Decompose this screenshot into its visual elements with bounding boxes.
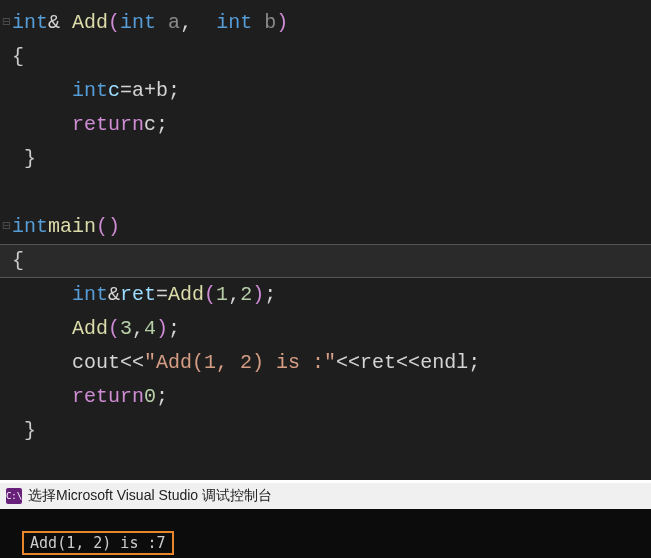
token-op: <<	[120, 346, 144, 380]
token-type: int	[12, 210, 48, 244]
token-paren: (	[108, 6, 120, 40]
code-line-active[interactable]: {	[0, 244, 651, 278]
token-paren: )	[276, 6, 288, 40]
token: ;	[156, 108, 168, 142]
token: b	[156, 74, 168, 108]
fold-icon[interactable]: ⊟	[2, 215, 12, 239]
code-line[interactable]: cout << "Add(1, 2) is :" << ret << endl;	[0, 346, 651, 380]
token-num: 3	[120, 312, 132, 346]
gutter	[2, 113, 12, 137]
gutter	[2, 351, 12, 375]
token: a	[132, 74, 144, 108]
token: &	[108, 278, 120, 312]
token: c	[144, 108, 156, 142]
token	[60, 6, 72, 40]
console-output-highlight: Add(1, 2) is :7	[22, 531, 173, 555]
token-func: main	[48, 210, 96, 244]
gutter	[2, 79, 12, 103]
token-type: int	[12, 6, 48, 40]
token-var: ret	[120, 278, 156, 312]
fold-icon[interactable]: ⊟	[2, 11, 12, 35]
token-paren: )	[156, 312, 168, 346]
indent-guide	[12, 74, 72, 108]
indent-guide	[12, 414, 24, 448]
token: ,	[180, 6, 192, 40]
code-line[interactable]: return 0;	[0, 380, 651, 414]
token-func: Add	[72, 312, 108, 346]
gutter	[2, 45, 12, 69]
token: ;	[168, 74, 180, 108]
code-line[interactable]: }	[0, 142, 651, 176]
token-op: =	[156, 278, 168, 312]
token-keyword: return	[72, 108, 144, 142]
token-string: "Add(1, 2) is :"	[144, 346, 336, 380]
gutter	[2, 317, 12, 341]
token: ;	[156, 380, 168, 414]
token: ;	[468, 346, 480, 380]
gutter	[2, 385, 12, 409]
code-line[interactable]: }	[0, 414, 651, 448]
gutter	[2, 147, 12, 171]
token-type: int	[72, 278, 108, 312]
code-line[interactable]: Add(3, 4);	[0, 312, 651, 346]
token: &	[48, 6, 60, 40]
token-brace: {	[12, 244, 24, 278]
console-output-area[interactable]: Add(1, 2) is :7	[0, 509, 651, 558]
token: ret	[360, 346, 396, 380]
token-func: Add	[168, 278, 204, 312]
code-line[interactable]: {	[0, 40, 651, 74]
token-num: 0	[144, 380, 156, 414]
token-op: =	[120, 74, 132, 108]
indent-guide	[12, 278, 72, 312]
token-type: int	[120, 6, 156, 40]
token-paren: )	[252, 278, 264, 312]
indent-guide	[12, 380, 72, 414]
token-param: a	[168, 6, 180, 40]
token-type: int	[72, 74, 108, 108]
token-type: int	[216, 6, 252, 40]
token-paren: (	[108, 312, 120, 346]
token-num: 4	[144, 312, 156, 346]
console-title-text: 选择Microsoft Visual Studio 调试控制台	[28, 487, 272, 505]
token-num: 1	[216, 278, 228, 312]
terminal-icon: C:\	[6, 488, 22, 504]
token-op: <<	[336, 346, 360, 380]
gutter	[2, 283, 12, 307]
token-keyword: return	[72, 380, 144, 414]
token-brace: {	[12, 40, 24, 74]
code-line[interactable]	[0, 176, 651, 210]
indent-guide	[12, 142, 24, 176]
token-op: <<	[396, 346, 420, 380]
code-editor[interactable]: ⊟int& Add(int a, int b) { int c = a + b;…	[0, 0, 651, 480]
token: ,	[228, 278, 240, 312]
code-line[interactable]: int c = a + b;	[0, 74, 651, 108]
console-titlebar[interactable]: C:\ 选择Microsoft Visual Studio 调试控制台	[0, 483, 651, 509]
code-line[interactable]: ⊟int& Add(int a, int b)	[0, 6, 651, 40]
code-line[interactable]: int& ret = Add(1, 2);	[0, 278, 651, 312]
token-num: 2	[240, 278, 252, 312]
token-var: c	[108, 74, 120, 108]
token: cout	[72, 346, 120, 380]
code-line[interactable]: return c;	[0, 108, 651, 142]
token-op: +	[144, 74, 156, 108]
token: ;	[264, 278, 276, 312]
indent-guide	[12, 108, 72, 142]
token-param: b	[264, 6, 276, 40]
token	[192, 6, 216, 40]
token-brace: }	[24, 414, 36, 448]
gutter	[2, 419, 12, 443]
gutter	[2, 181, 12, 205]
gutter	[2, 249, 12, 273]
indent-guide	[12, 346, 72, 380]
token: ,	[132, 312, 144, 346]
code-line[interactable]: ⊟int main()	[0, 210, 651, 244]
indent-guide	[12, 312, 72, 346]
token: endl	[420, 346, 468, 380]
token-paren: (	[96, 210, 108, 244]
token-brace: }	[24, 142, 36, 176]
token-paren: (	[204, 278, 216, 312]
token	[252, 6, 264, 40]
token-func: Add	[72, 6, 108, 40]
token-paren: )	[108, 210, 120, 244]
token	[156, 6, 168, 40]
